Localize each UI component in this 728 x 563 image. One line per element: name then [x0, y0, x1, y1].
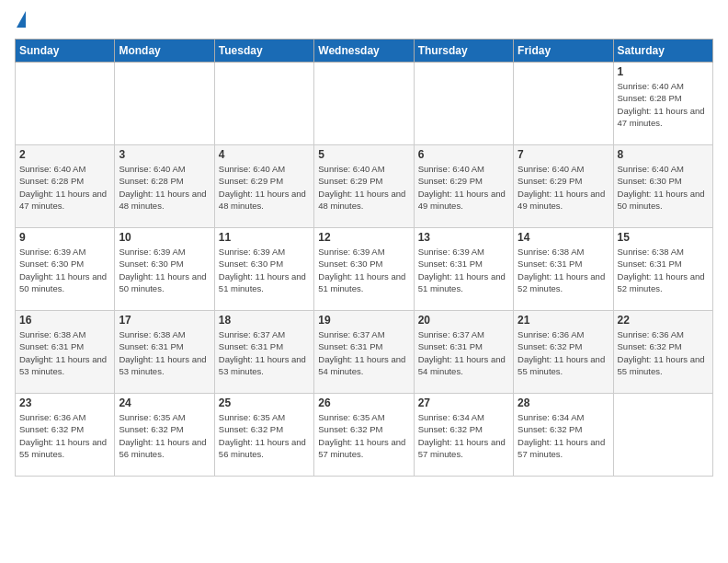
day-info: Sunrise: 6:38 AMSunset: 6:31 PMDaylight:… [618, 246, 709, 294]
day-info: Sunrise: 6:35 AMSunset: 6:32 PMDaylight:… [119, 411, 210, 460]
day-number: 27 [418, 396, 509, 409]
weekday-header: Saturday [613, 40, 712, 63]
calendar-cell [214, 63, 313, 145]
weekday-header: Tuesday [214, 40, 313, 63]
calendar-cell: 2Sunrise: 6:40 AMSunset: 6:28 PMDaylight… [16, 145, 115, 228]
day-info: Sunrise: 6:39 AMSunset: 6:30 PMDaylight:… [318, 246, 409, 294]
calendar-cell: 11Sunrise: 6:39 AMSunset: 6:30 PMDayligh… [214, 228, 313, 311]
day-info: Sunrise: 6:35 AMSunset: 6:32 PMDaylight:… [318, 411, 409, 460]
calendar-week-row: 1Sunrise: 6:40 AMSunset: 6:28 PMDaylight… [16, 63, 713, 145]
day-info: Sunrise: 6:39 AMSunset: 6:30 PMDaylight:… [19, 246, 110, 294]
calendar-cell: 15Sunrise: 6:38 AMSunset: 6:31 PMDayligh… [613, 228, 712, 311]
calendar-cell [414, 63, 513, 145]
weekday-header-row: SundayMondayTuesdayWednesdayThursdayFrid… [16, 40, 713, 63]
calendar-cell: 8Sunrise: 6:40 AMSunset: 6:30 PMDaylight… [613, 145, 712, 228]
day-info: Sunrise: 6:37 AMSunset: 6:31 PMDaylight:… [318, 328, 409, 377]
day-number: 2 [19, 148, 110, 161]
day-number: 10 [119, 231, 210, 244]
day-info: Sunrise: 6:38 AMSunset: 6:31 PMDaylight:… [119, 328, 210, 377]
day-number: 5 [318, 148, 409, 161]
calendar-cell: 13Sunrise: 6:39 AMSunset: 6:31 PMDayligh… [414, 228, 513, 311]
day-info: Sunrise: 6:34 AMSunset: 6:32 PMDaylight:… [518, 411, 609, 460]
day-number: 17 [119, 314, 210, 327]
day-info: Sunrise: 6:40 AMSunset: 6:29 PMDaylight:… [518, 163, 609, 212]
day-info: Sunrise: 6:34 AMSunset: 6:32 PMDaylight:… [418, 411, 509, 460]
day-info: Sunrise: 6:39 AMSunset: 6:30 PMDaylight:… [119, 246, 210, 294]
day-info: Sunrise: 6:40 AMSunset: 6:29 PMDaylight:… [318, 163, 409, 212]
day-info: Sunrise: 6:39 AMSunset: 6:30 PMDaylight:… [219, 246, 310, 294]
day-info: Sunrise: 6:40 AMSunset: 6:29 PMDaylight:… [219, 163, 310, 212]
calendar-cell: 17Sunrise: 6:38 AMSunset: 6:31 PMDayligh… [115, 311, 214, 394]
day-number: 4 [219, 148, 310, 161]
calendar-cell [613, 394, 712, 477]
day-number: 24 [119, 396, 210, 409]
day-info: Sunrise: 6:39 AMSunset: 6:31 PMDaylight:… [418, 246, 509, 294]
weekday-header: Thursday [414, 40, 513, 63]
day-info: Sunrise: 6:37 AMSunset: 6:31 PMDaylight:… [219, 328, 310, 377]
calendar-week-row: 9Sunrise: 6:39 AMSunset: 6:30 PMDaylight… [16, 228, 713, 311]
calendar-cell: 19Sunrise: 6:37 AMSunset: 6:31 PMDayligh… [314, 311, 414, 394]
calendar-cell: 3Sunrise: 6:40 AMSunset: 6:28 PMDaylight… [115, 145, 214, 228]
calendar-cell: 5Sunrise: 6:40 AMSunset: 6:29 PMDaylight… [314, 145, 414, 228]
weekday-header: Sunday [16, 40, 115, 63]
day-number: 18 [219, 314, 310, 327]
calendar-week-row: 16Sunrise: 6:38 AMSunset: 6:31 PMDayligh… [16, 311, 713, 394]
day-number: 7 [518, 148, 609, 161]
day-number: 14 [518, 231, 609, 244]
calendar-cell: 1Sunrise: 6:40 AMSunset: 6:28 PMDaylight… [613, 63, 712, 145]
calendar-cell: 21Sunrise: 6:36 AMSunset: 6:32 PMDayligh… [514, 311, 613, 394]
calendar-cell: 7Sunrise: 6:40 AMSunset: 6:29 PMDaylight… [514, 145, 613, 228]
calendar-week-row: 2Sunrise: 6:40 AMSunset: 6:28 PMDaylight… [16, 145, 713, 228]
day-number: 15 [618, 231, 709, 244]
calendar-cell [514, 63, 613, 145]
page-header [15, 15, 713, 28]
calendar-week-row: 23Sunrise: 6:36 AMSunset: 6:32 PMDayligh… [16, 394, 713, 477]
day-number: 19 [318, 314, 409, 327]
calendar-cell [115, 63, 214, 145]
day-info: Sunrise: 6:40 AMSunset: 6:28 PMDaylight:… [618, 80, 709, 129]
calendar-cell: 28Sunrise: 6:34 AMSunset: 6:32 PMDayligh… [514, 394, 613, 477]
weekday-header: Wednesday [314, 40, 414, 63]
calendar-cell: 26Sunrise: 6:35 AMSunset: 6:32 PMDayligh… [314, 394, 414, 477]
calendar-cell: 23Sunrise: 6:36 AMSunset: 6:32 PMDayligh… [16, 394, 115, 477]
day-info: Sunrise: 6:37 AMSunset: 6:31 PMDaylight:… [418, 328, 509, 377]
calendar-cell: 16Sunrise: 6:38 AMSunset: 6:31 PMDayligh… [16, 311, 115, 394]
day-info: Sunrise: 6:36 AMSunset: 6:32 PMDaylight:… [19, 411, 110, 460]
calendar-cell: 22Sunrise: 6:36 AMSunset: 6:32 PMDayligh… [613, 311, 712, 394]
day-number: 23 [19, 396, 110, 409]
day-number: 6 [418, 148, 509, 161]
day-number: 25 [219, 396, 310, 409]
day-number: 11 [219, 231, 310, 244]
day-number: 13 [418, 231, 509, 244]
day-number: 22 [618, 314, 709, 327]
day-info: Sunrise: 6:38 AMSunset: 6:31 PMDaylight:… [518, 246, 609, 294]
logo [15, 15, 26, 28]
day-number: 8 [618, 148, 709, 161]
calendar-cell: 24Sunrise: 6:35 AMSunset: 6:32 PMDayligh… [115, 394, 214, 477]
day-info: Sunrise: 6:40 AMSunset: 6:28 PMDaylight:… [119, 163, 210, 212]
calendar-cell: 4Sunrise: 6:40 AMSunset: 6:29 PMDaylight… [214, 145, 313, 228]
day-number: 26 [318, 396, 409, 409]
calendar-cell: 20Sunrise: 6:37 AMSunset: 6:31 PMDayligh… [414, 311, 513, 394]
calendar-cell: 14Sunrise: 6:38 AMSunset: 6:31 PMDayligh… [514, 228, 613, 311]
day-number: 9 [19, 231, 110, 244]
day-info: Sunrise: 6:35 AMSunset: 6:32 PMDaylight:… [219, 411, 310, 460]
calendar-cell: 6Sunrise: 6:40 AMSunset: 6:29 PMDaylight… [414, 145, 513, 228]
calendar-cell: 9Sunrise: 6:39 AMSunset: 6:30 PMDaylight… [16, 228, 115, 311]
day-number: 12 [318, 231, 409, 244]
calendar-table: SundayMondayTuesdayWednesdayThursdayFrid… [15, 39, 713, 477]
day-info: Sunrise: 6:40 AMSunset: 6:30 PMDaylight:… [618, 163, 709, 212]
day-info: Sunrise: 6:38 AMSunset: 6:31 PMDaylight:… [19, 328, 110, 377]
day-number: 21 [518, 314, 609, 327]
day-info: Sunrise: 6:40 AMSunset: 6:28 PMDaylight:… [19, 163, 110, 212]
day-info: Sunrise: 6:36 AMSunset: 6:32 PMDaylight:… [618, 328, 709, 377]
weekday-header: Monday [115, 40, 214, 63]
day-number: 28 [518, 396, 609, 409]
calendar-cell: 18Sunrise: 6:37 AMSunset: 6:31 PMDayligh… [214, 311, 313, 394]
calendar-cell [314, 63, 414, 145]
day-number: 3 [119, 148, 210, 161]
calendar-cell [16, 63, 115, 145]
day-number: 16 [19, 314, 110, 327]
logo-triangle-icon [17, 11, 26, 28]
calendar-cell: 10Sunrise: 6:39 AMSunset: 6:30 PMDayligh… [115, 228, 214, 311]
